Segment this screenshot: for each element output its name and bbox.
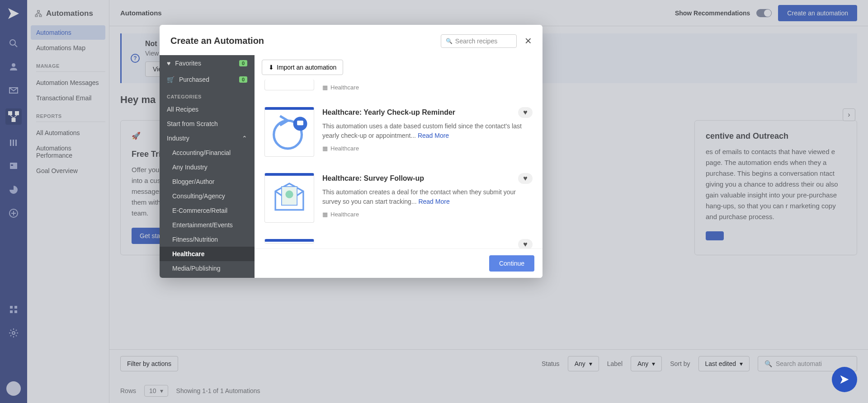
category-media-publishing[interactable]: Media/Publishing: [160, 261, 255, 276]
recipe-thumbnail: [264, 239, 314, 244]
categories-header: CATEGORIES: [160, 88, 255, 102]
favorites-count: 0: [239, 60, 247, 66]
recipe-title: Healthcare: Yearly Check-up Reminder: [322, 108, 455, 117]
create-automation-modal: Create an Automation 🔍 Search recipes × …: [160, 25, 542, 278]
category-start-from-scratch[interactable]: Start from Scratch: [160, 117, 255, 131]
purchased-count: 0: [239, 76, 247, 83]
close-icon[interactable]: ×: [525, 34, 532, 48]
modal-title: Create an Automation: [170, 36, 264, 46]
category-all-recipes[interactable]: All Recipes: [160, 102, 255, 117]
favorite-button[interactable]: ♥: [518, 107, 533, 118]
recipe-item[interactable]: Healthcare: Survey Follow-up ♥ This auto…: [262, 165, 535, 231]
help-fab-button[interactable]: [832, 367, 857, 392]
recipe-thumbnail: [264, 173, 314, 223]
category-fitness-nutrition[interactable]: Fitness/Nutrition: [160, 232, 255, 247]
favorite-button[interactable]: ♥: [518, 173, 533, 184]
recipe-tag: ▦ Healthcare: [322, 145, 533, 152]
cart-icon: 🛒: [167, 76, 175, 83]
recipe-description: This automation creates a deal for the c…: [322, 187, 533, 206]
category-blogger-author[interactable]: Blogger/Author: [160, 174, 255, 189]
recipe-tag: ▦ Healthcare: [322, 211, 533, 218]
read-more-link[interactable]: Read More: [418, 198, 449, 205]
favorites-item[interactable]: ♥ Favorites 0: [160, 55, 255, 71]
recipe-title: Healthcare: Survey Follow-up: [322, 174, 424, 183]
modal-header: Create an Automation 🔍 Search recipes ×: [160, 25, 542, 55]
purchased-item[interactable]: 🛒 Purchased 0: [160, 71, 255, 88]
chevron-up-icon: ⌃: [242, 135, 247, 142]
recipe-description: This automation uses a date based custom…: [322, 122, 533, 141]
category-ecommerce-retail[interactable]: E-Commerce/Retail: [160, 203, 255, 218]
recipe-item[interactable]: ♥: [262, 231, 535, 248]
recipe-item[interactable]: Healthcare: Yearly Check-up Reminder ♥ T…: [262, 99, 535, 165]
search-icon: 🔍: [446, 38, 453, 44]
recipe-thumbnail: [264, 80, 314, 90]
continue-button[interactable]: Continue: [489, 255, 534, 272]
heart-icon: ♥: [167, 60, 170, 67]
recipe-list: ▦ Healthcare Healthcare: Yearly Check-up…: [255, 80, 542, 248]
svg-point-33: [285, 191, 293, 198]
category-entertainment-events[interactable]: Entertainment/Events: [160, 218, 255, 232]
svg-rect-31: [297, 121, 303, 125]
tag-icon: ▦: [322, 211, 328, 218]
category-any-industry[interactable]: Any Industry: [160, 160, 255, 174]
import-automation-button[interactable]: ⬇ Import an automation: [262, 60, 343, 75]
category-accounting-financial[interactable]: Accounting/Financial: [160, 145, 255, 160]
tag-icon: ▦: [322, 145, 328, 152]
favorite-button[interactable]: ♥: [518, 239, 533, 248]
modal-main: ⬇ Import an automation ▦ Healthcare: [255, 55, 542, 278]
read-more-link[interactable]: Read More: [418, 132, 449, 139]
recipe-item[interactable]: ▦ Healthcare: [262, 80, 535, 99]
category-consulting-agency[interactable]: Consulting/Agency: [160, 189, 255, 203]
category-healthcare[interactable]: Healthcare: [160, 247, 255, 261]
category-industry[interactable]: Industry ⌃: [160, 131, 255, 145]
category-online-training-education[interactable]: Online Training/Education: [160, 276, 255, 278]
download-icon: ⬇: [269, 64, 274, 71]
modal-sidebar: ♥ Favorites 0 🛒 Purchased 0 CATEGORIES A…: [160, 55, 255, 278]
recipe-thumbnail: [264, 107, 314, 157]
modal-footer: Continue: [255, 248, 542, 278]
search-recipes-input[interactable]: 🔍 Search recipes: [441, 34, 517, 48]
tag-icon: ▦: [322, 84, 328, 91]
recipe-tag: ▦ Healthcare: [322, 84, 533, 91]
